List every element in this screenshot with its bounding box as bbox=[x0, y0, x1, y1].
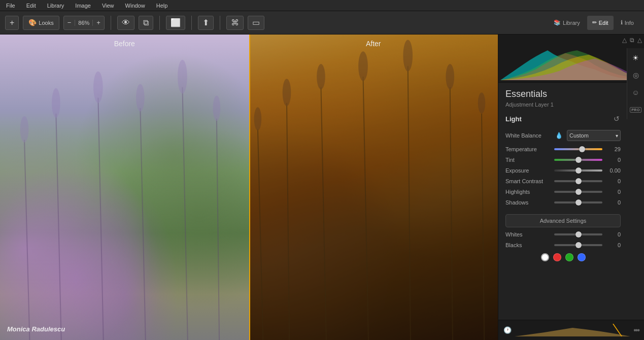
split-handle[interactable] bbox=[249, 180, 250, 195]
menu-window[interactable]: Window bbox=[123, 2, 147, 9]
compare-button[interactable]: ⧉ bbox=[139, 16, 153, 30]
menu-view[interactable]: View bbox=[100, 2, 116, 9]
clock-icon[interactable]: 🕐 bbox=[503, 326, 512, 334]
side-icons-panel: ☀ ◎ ☺ PRO bbox=[627, 48, 644, 119]
svg-line-1 bbox=[56, 114, 61, 340]
whites-label: Whites bbox=[505, 231, 551, 237]
svg-line-14 bbox=[321, 87, 326, 340]
pro-button[interactable]: PRO bbox=[629, 103, 642, 116]
svg-point-6 bbox=[20, 116, 29, 143]
exposure-label: Exposure bbox=[505, 167, 551, 174]
blue-circle[interactable] bbox=[578, 253, 586, 261]
tint-slider[interactable] bbox=[554, 159, 602, 161]
crop-button[interactable]: ⬜ bbox=[166, 16, 185, 30]
clipping-left-icon[interactable]: △ bbox=[622, 37, 627, 44]
menu-image[interactable]: Image bbox=[73, 2, 93, 9]
zoom-out-button[interactable]: − bbox=[64, 16, 75, 29]
clipping-right-icon[interactable]: △ bbox=[637, 37, 642, 44]
temperature-slider[interactable] bbox=[554, 148, 602, 150]
green-circle[interactable] bbox=[565, 253, 573, 261]
highlights-thumb[interactable] bbox=[575, 189, 582, 195]
share-button[interactable]: ⬆ bbox=[198, 16, 214, 30]
white-balance-row: White Balance 💧 Custom ▾ bbox=[505, 130, 621, 141]
svg-point-25 bbox=[478, 92, 485, 114]
blacks-value: 0 bbox=[605, 242, 621, 248]
color-circles bbox=[505, 253, 621, 261]
svg-line-0 bbox=[24, 140, 29, 340]
smart-contrast-slider[interactable] bbox=[554, 180, 602, 182]
library-tab[interactable]: 📚 Library bbox=[549, 16, 585, 30]
main-area: Before After bbox=[0, 35, 644, 340]
white-circle[interactable] bbox=[541, 253, 549, 261]
whites-value: 0 bbox=[605, 231, 621, 237]
shortcut-button[interactable]: ⌘ bbox=[226, 16, 244, 30]
add-button[interactable]: + bbox=[5, 16, 19, 30]
light-section-header: Light ↺ bbox=[505, 114, 621, 124]
svg-point-7 bbox=[52, 88, 60, 118]
white-balance-value: Custom bbox=[569, 132, 589, 139]
face-button[interactable]: ☺ bbox=[629, 86, 642, 99]
exposure-value: 0.00 bbox=[605, 167, 621, 174]
white-balance-select[interactable]: Custom ▾ bbox=[567, 130, 621, 141]
preview-button[interactable]: 👁 bbox=[117, 16, 134, 30]
exposure-thumb[interactable] bbox=[575, 167, 582, 174]
more-options-icon[interactable]: ••• bbox=[633, 326, 639, 335]
reset-light-button[interactable]: ↺ bbox=[613, 114, 621, 124]
color-wheel-button[interactable]: ◎ bbox=[629, 69, 642, 82]
menu-library[interactable]: Library bbox=[45, 2, 66, 9]
svg-line-16 bbox=[408, 66, 410, 340]
layer-name: Adjustment Layer 1 bbox=[505, 101, 621, 108]
view-tabs: 📚 Library ✏ Edit ℹ Info bbox=[549, 16, 639, 30]
tint-value: 0 bbox=[605, 157, 621, 163]
menu-edit[interactable]: Edit bbox=[24, 2, 38, 9]
highlights-row: Highlights 0 bbox=[505, 189, 621, 195]
sun-icon-button[interactable]: ☀ bbox=[629, 51, 642, 64]
temperature-value: 29 bbox=[605, 146, 621, 152]
window-button[interactable]: ▭ bbox=[248, 16, 264, 30]
exposure-slider[interactable] bbox=[554, 169, 602, 172]
looks-button[interactable]: 🎨 Looks bbox=[23, 16, 59, 30]
shadows-thumb[interactable] bbox=[575, 199, 582, 206]
svg-point-19 bbox=[254, 107, 261, 130]
eyedropper-button[interactable]: 💧 bbox=[554, 132, 564, 139]
svg-point-24 bbox=[446, 64, 454, 89]
highlights-slider[interactable] bbox=[554, 191, 602, 193]
menu-help[interactable]: Help bbox=[154, 2, 170, 9]
menu-bar: File Edit Library Image View Window Help bbox=[0, 0, 644, 11]
blacks-thumb[interactable] bbox=[575, 242, 582, 248]
info-icon: ℹ bbox=[621, 19, 623, 26]
highlights-label: Highlights bbox=[505, 189, 551, 195]
shadows-value: 0 bbox=[605, 199, 621, 206]
bottom-bar: 🕐 ••• bbox=[498, 320, 644, 340]
advanced-settings-button[interactable]: Advanced Settings bbox=[505, 214, 621, 227]
red-circle[interactable] bbox=[553, 253, 561, 261]
chevron-down-icon: ▾ bbox=[616, 133, 618, 139]
layers-icon[interactable]: ⧉ bbox=[630, 37, 634, 44]
library-icon: 📚 bbox=[554, 19, 561, 26]
menu-file[interactable]: File bbox=[4, 2, 17, 9]
split-divider[interactable] bbox=[249, 35, 250, 340]
panel-content: Essentials Adjustment Layer 1 Light ↺ Wh… bbox=[498, 83, 644, 320]
zoom-value: 86% bbox=[75, 20, 93, 26]
histogram-icons: △ ⧉ △ bbox=[622, 37, 642, 44]
blacks-slider[interactable] bbox=[554, 244, 602, 246]
svg-line-17 bbox=[450, 87, 452, 340]
blacks-label: Blacks bbox=[505, 242, 551, 248]
separator-3 bbox=[191, 16, 192, 30]
svg-point-20 bbox=[282, 79, 291, 106]
info-tab[interactable]: ℹ Info bbox=[616, 16, 639, 30]
separator-1 bbox=[111, 16, 111, 30]
histogram-chart bbox=[500, 40, 642, 80]
temperature-thumb[interactable] bbox=[579, 146, 585, 152]
edit-tab[interactable]: ✏ Edit bbox=[587, 16, 614, 30]
whites-thumb[interactable] bbox=[575, 231, 582, 237]
whites-slider[interactable] bbox=[554, 233, 602, 235]
zoom-in-button[interactable]: + bbox=[93, 16, 104, 29]
tint-row: Tint 0 bbox=[505, 157, 621, 163]
bottom-mini-histogram bbox=[515, 324, 630, 336]
shadows-slider[interactable] bbox=[554, 201, 602, 203]
right-panel: △ ⧉ △ ☀ ◎ ☺ PRO bbox=[498, 35, 644, 340]
smart-contrast-thumb[interactable] bbox=[575, 178, 582, 184]
zoom-control: − 86% + bbox=[63, 16, 105, 30]
tint-thumb[interactable] bbox=[575, 157, 582, 163]
